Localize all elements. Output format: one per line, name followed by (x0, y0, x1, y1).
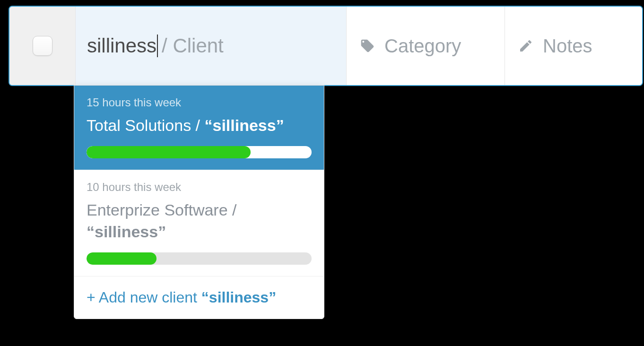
client-input-placeholder: / Client (162, 35, 224, 57)
option-meta: 10 hours this week (87, 181, 312, 194)
autocomplete-option[interactable]: 15 hours this week Total Solutions / “si… (74, 86, 324, 170)
billable-checkbox[interactable] (33, 36, 52, 56)
add-new-prefix: + Add new client (87, 289, 201, 306)
tag-icon (360, 38, 375, 53)
checkbox-cell (9, 7, 76, 85)
option-title: Enterprize Software / “silliness” (87, 199, 312, 243)
entry-row: silliness / Client Category Notes (9, 6, 643, 86)
option-client-name: Total Solutions (87, 116, 191, 134)
category-label: Category (384, 35, 461, 57)
client-input-cell[interactable]: silliness / Client (76, 7, 347, 85)
option-separator: / (228, 201, 237, 219)
notes-label: Notes (543, 35, 592, 57)
add-new-term: “silliness” (201, 289, 276, 306)
option-search-term: “silliness” (87, 223, 166, 241)
client-autocomplete-dropdown: 15 hours this week Total Solutions / “si… (74, 85, 324, 319)
add-new-client-option[interactable]: + Add new client “silliness” (74, 276, 324, 319)
autocomplete-option[interactable]: 10 hours this week Enterprize Software /… (74, 170, 324, 276)
option-separator: / (191, 116, 204, 134)
notes-cell[interactable]: Notes (505, 7, 642, 85)
category-cell[interactable]: Category (347, 7, 505, 85)
option-title: Total Solutions / “silliness” (87, 115, 312, 137)
option-client-name: Enterprize Software (87, 201, 228, 219)
progress-bar (87, 252, 312, 265)
text-cursor (157, 35, 158, 57)
option-search-term: “silliness” (204, 116, 284, 134)
progress-fill (87, 252, 157, 265)
progress-bar (87, 146, 312, 158)
progress-fill (87, 146, 251, 158)
option-meta: 15 hours this week (87, 96, 312, 109)
client-input-value: silliness (87, 35, 157, 57)
pencil-icon (518, 38, 533, 53)
